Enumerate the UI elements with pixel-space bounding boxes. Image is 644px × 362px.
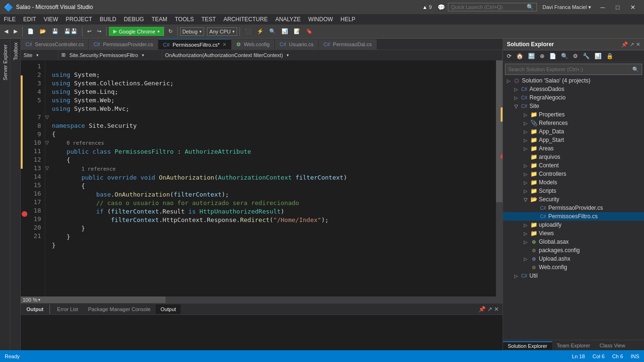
notification-count[interactable]: ▲ 9 xyxy=(420,4,435,10)
toolbar-btn-7[interactable]: ⚡ xyxy=(255,27,266,36)
debug-dropdown[interactable]: Debug ▾ xyxy=(180,27,204,36)
quick-launch-box[interactable]: 🔍 xyxy=(448,3,537,11)
tree-site[interactable]: ▽ C# Site xyxy=(503,102,644,110)
regranegocio-arrow[interactable]: ▷ xyxy=(512,95,520,100)
collapse-ns[interactable]: ▽ xyxy=(45,113,49,122)
editor-scrollbar[interactable] xyxy=(496,60,503,296)
acessodados-arrow[interactable]: ▷ xyxy=(512,87,520,92)
toolbar-btn-11[interactable]: 🔖 xyxy=(304,27,315,36)
se-tab-team-explorer[interactable]: Team Explorer xyxy=(552,342,595,349)
ga-arrow[interactable]: ▷ xyxy=(522,239,529,245)
tree-security[interactable]: ▽ 📂 Security xyxy=(503,195,644,204)
tree-permissaoprovider-file[interactable]: C# PermissaoProvider.cs xyxy=(503,204,644,212)
toolbar-btn-6[interactable]: ⬛ xyxy=(242,27,254,36)
models-arrow[interactable]: ▷ xyxy=(522,180,529,185)
tab-servicoscontroller[interactable]: C# ServicosController.cs xyxy=(21,39,89,49)
tree-acessodados[interactable]: ▷ C# AcessoDados xyxy=(503,85,644,93)
collapse-class[interactable]: ▽ xyxy=(45,139,49,147)
content-arrow[interactable]: ▷ xyxy=(522,163,529,168)
menu-analyze[interactable]: ANALYZE xyxy=(272,15,305,24)
toolbar-btn-8[interactable]: 🔍 xyxy=(267,27,278,36)
minimize-button[interactable]: ─ xyxy=(595,0,610,14)
save-btn[interactable]: 💾 xyxy=(50,27,61,36)
toolbox-tab[interactable]: Toolbox xyxy=(11,39,20,64)
output-undock-icon[interactable]: ↗ xyxy=(487,306,492,313)
tab-webconfig[interactable]: ⚙ Web.config xyxy=(231,39,275,49)
areas-arrow[interactable]: ▷ xyxy=(522,146,529,151)
tab-permissaodal[interactable]: C# PermissaoDal.cs xyxy=(319,39,377,49)
cpu-dropdown[interactable]: Any CPU ▾ xyxy=(207,27,237,36)
menu-debug[interactable]: DEBUG xyxy=(120,15,148,24)
tree-uploadify[interactable]: ▷ 📁 uploadify xyxy=(503,221,644,229)
forward-button[interactable]: ▶ xyxy=(11,27,20,36)
tab-package-manager[interactable]: Package Manager Console xyxy=(83,304,156,314)
tab-permissaoprovider[interactable]: C# PermissaoProvider.cs xyxy=(89,39,158,49)
se-search-box[interactable]: 🔍 xyxy=(505,64,642,75)
code-content[interactable]: using System; using System.Collections.G… xyxy=(52,60,496,296)
run-button[interactable]: ▶ Google Chrome ▾ xyxy=(109,27,164,36)
menu-project[interactable]: PROJECT xyxy=(62,15,96,24)
se-close-icon[interactable]: ✕ xyxy=(636,41,640,48)
se-toolbar-btn5[interactable]: 📄 xyxy=(547,52,558,60)
appdata-arrow[interactable]: ▷ xyxy=(522,129,529,134)
se-undock-icon[interactable]: ↗ xyxy=(630,41,634,48)
scroll-thumb[interactable] xyxy=(496,60,503,202)
open-btn[interactable]: 📂 xyxy=(37,27,49,36)
solution-arrow[interactable]: ▷ xyxy=(505,78,512,83)
references-arrow[interactable]: ▷ xyxy=(522,121,529,126)
code-editor[interactable]: 1 2 3 4 5 7 8 9 10 11 12 13 14 15 16 17 … xyxy=(21,60,503,296)
zoom-control[interactable]: 100 % ▾ xyxy=(23,297,41,303)
redo-btn[interactable]: ↪ xyxy=(95,27,104,36)
se-toolbar-btn6[interactable]: 🔍 xyxy=(559,52,570,60)
tree-globalasax[interactable]: ▷ ⚙ Global.asax xyxy=(503,238,644,246)
hscroll-thumb[interactable] xyxy=(21,296,165,303)
menu-tools[interactable]: TOOLS xyxy=(171,15,198,24)
tree-webconfig-file[interactable]: ⚙ Web.config xyxy=(503,263,644,272)
se-toolbar-btn8[interactable]: 🔧 xyxy=(581,52,592,60)
se-toolbar-btn4[interactable]: ⊕ xyxy=(538,52,546,60)
save-all-btn[interactable]: 💾💾 xyxy=(62,27,80,36)
se-tab-solution-explorer[interactable]: Solution Explorer xyxy=(503,341,552,350)
se-pin-icon[interactable]: 📌 xyxy=(621,41,628,48)
toolbar-btn-10[interactable]: 📝 xyxy=(291,27,303,36)
ua-arrow[interactable]: ▷ xyxy=(522,256,529,262)
controllers-arrow[interactable]: ▷ xyxy=(522,172,529,177)
menu-edit[interactable]: EDIT xyxy=(19,15,40,24)
class-dropdown[interactable]: Site ▾ xyxy=(21,50,58,60)
tree-references[interactable]: ▷ 📎 References xyxy=(503,119,644,127)
output-close-icon[interactable]: ✕ xyxy=(494,306,499,313)
tab-permissoesfiltro[interactable]: C# PermissoesFiltro.cs* ✕ xyxy=(158,39,231,49)
tree-appstart[interactable]: ▷ 📁 App_Start xyxy=(503,136,644,144)
tree-regranegocio[interactable]: ▷ C# RegraNegocio xyxy=(503,93,644,102)
tree-arquivos[interactable]: 📁 arquivos xyxy=(503,153,644,161)
tab-error-list[interactable]: Error List xyxy=(52,304,83,314)
tree-controllers[interactable]: ▷ 📁 Controllers xyxy=(503,170,644,178)
method-dropdown[interactable]: OnAuthorization(AuthorizationContext fil… xyxy=(162,50,503,60)
namespace-dropdown[interactable]: ⊞ Site.Security.PermissoesFiltro ▾ xyxy=(58,50,162,60)
tree-views[interactable]: ▷ 📁 Views xyxy=(503,229,644,238)
quick-launch-input[interactable] xyxy=(451,4,527,10)
menu-file[interactable]: FILE xyxy=(0,15,19,24)
menu-help[interactable]: HELP xyxy=(337,15,359,24)
tree-models[interactable]: ▷ 📁 Models xyxy=(503,178,644,187)
se-toolbar-btn10[interactable]: 🔒 xyxy=(604,52,615,60)
refresh-btn[interactable]: ↻ xyxy=(166,27,175,36)
tree-content[interactable]: ▷ 📁 Content xyxy=(503,161,644,170)
maximize-button[interactable]: □ xyxy=(610,0,625,14)
user-label[interactable]: Davi Franca Maciel ▾ xyxy=(539,4,595,10)
zoom-dropdown-icon[interactable]: ▾ xyxy=(38,297,41,302)
run-dropdown-icon[interactable]: ▾ xyxy=(157,29,160,34)
close-button[interactable]: ✕ xyxy=(625,0,640,14)
appstart-arrow[interactable]: ▷ xyxy=(522,138,529,143)
menu-view[interactable]: VIEW xyxy=(40,15,62,24)
uploadify-arrow[interactable]: ▷ xyxy=(522,222,529,228)
tab-output[interactable]: Output xyxy=(156,304,181,314)
new-project-btn[interactable]: 📄 xyxy=(25,27,36,36)
menu-architecture[interactable]: ARCHITECTURE xyxy=(220,15,272,24)
menu-team[interactable]: TEAM xyxy=(148,15,171,24)
output-pin-icon[interactable]: 📌 xyxy=(479,306,486,313)
tree-appdata[interactable]: ▷ 📁 App_Data xyxy=(503,127,644,136)
tab-usuario[interactable]: C# Usuario.cs xyxy=(275,39,319,49)
views-arrow[interactable]: ▷ xyxy=(522,231,529,236)
tree-upload-ashx[interactable]: ▷ ⚙ Upload.ashx xyxy=(503,255,644,263)
